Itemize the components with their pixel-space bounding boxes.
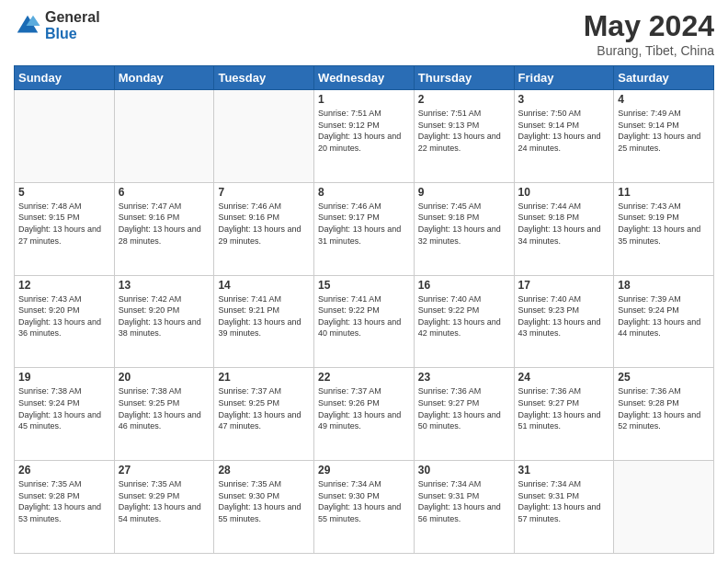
- calendar-cell: 20Sunrise: 7:38 AMSunset: 9:25 PMDayligh…: [114, 368, 214, 461]
- day-number: 13: [119, 279, 210, 292]
- calendar-cell: 2Sunrise: 7:51 AMSunset: 9:13 PMDaylight…: [414, 90, 514, 183]
- day-info: Sunrise: 7:41 AMSunset: 9:22 PMDaylight:…: [318, 293, 410, 339]
- page: General Blue May 2024 Burang, Tibet, Chi…: [0, 0, 728, 563]
- day-info: Sunrise: 7:37 AMSunset: 9:26 PMDaylight:…: [318, 385, 410, 431]
- header-cell-saturday: Saturday: [614, 66, 714, 90]
- calendar-cell: 16Sunrise: 7:40 AMSunset: 9:22 PMDayligh…: [414, 275, 514, 368]
- day-info: Sunrise: 7:34 AMSunset: 9:31 PMDaylight:…: [518, 478, 610, 524]
- calendar-title: May 2024: [584, 9, 714, 43]
- header-cell-wednesday: Wednesday: [314, 66, 415, 90]
- calendar-cell: 23Sunrise: 7:36 AMSunset: 9:27 PMDayligh…: [414, 368, 514, 461]
- day-number: 9: [418, 186, 510, 199]
- day-info: Sunrise: 7:39 AMSunset: 9:24 PMDaylight:…: [618, 293, 710, 339]
- header-cell-monday: Monday: [114, 66, 214, 90]
- day-info: Sunrise: 7:36 AMSunset: 9:28 PMDaylight:…: [618, 385, 710, 431]
- day-info: Sunrise: 7:40 AMSunset: 9:22 PMDaylight:…: [418, 293, 510, 339]
- day-number: 19: [18, 371, 110, 384]
- header-cell-tuesday: Tuesday: [214, 66, 314, 90]
- calendar-cell: 10Sunrise: 7:44 AMSunset: 9:18 PMDayligh…: [514, 182, 614, 275]
- calendar-cell: 8Sunrise: 7:46 AMSunset: 9:17 PMDaylight…: [314, 182, 415, 275]
- day-info: Sunrise: 7:38 AMSunset: 9:25 PMDaylight:…: [119, 385, 210, 431]
- calendar-cell: 30Sunrise: 7:34 AMSunset: 9:31 PMDayligh…: [414, 461, 514, 554]
- calendar-cell: 14Sunrise: 7:41 AMSunset: 9:21 PMDayligh…: [214, 275, 314, 368]
- calendar-cell: 21Sunrise: 7:37 AMSunset: 9:25 PMDayligh…: [214, 368, 314, 461]
- day-number: 30: [418, 464, 510, 477]
- day-number: 28: [218, 464, 310, 477]
- header: General Blue May 2024 Burang, Tibet, Chi…: [14, 9, 714, 58]
- day-info: Sunrise: 7:51 AMSunset: 9:12 PMDaylight:…: [318, 108, 410, 154]
- day-info: Sunrise: 7:36 AMSunset: 9:27 PMDaylight:…: [418, 385, 510, 431]
- calendar-cell: 18Sunrise: 7:39 AMSunset: 9:24 PMDayligh…: [614, 275, 714, 368]
- day-number: 17: [518, 279, 610, 292]
- header-cell-thursday: Thursday: [414, 66, 514, 90]
- header-row: SundayMondayTuesdayWednesdayThursdayFrid…: [15, 66, 714, 90]
- week-row-3: 19Sunrise: 7:38 AMSunset: 9:24 PMDayligh…: [15, 368, 714, 461]
- day-info: Sunrise: 7:47 AMSunset: 9:16 PMDaylight:…: [119, 201, 210, 247]
- day-number: 18: [618, 279, 710, 292]
- logo-general-text: General: [45, 9, 100, 26]
- calendar-cell: 19Sunrise: 7:38 AMSunset: 9:24 PMDayligh…: [15, 368, 115, 461]
- day-info: Sunrise: 7:37 AMSunset: 9:25 PMDaylight:…: [218, 385, 310, 431]
- day-number: 1: [318, 93, 410, 106]
- day-number: 29: [318, 464, 410, 477]
- week-row-0: 1Sunrise: 7:51 AMSunset: 9:12 PMDaylight…: [15, 90, 714, 183]
- calendar-cell: 11Sunrise: 7:43 AMSunset: 9:19 PMDayligh…: [614, 182, 714, 275]
- day-info: Sunrise: 7:41 AMSunset: 9:21 PMDaylight:…: [218, 293, 310, 339]
- day-info: Sunrise: 7:42 AMSunset: 9:20 PMDaylight:…: [119, 293, 210, 339]
- calendar-subtitle: Burang, Tibet, China: [584, 43, 714, 58]
- calendar-cell: 12Sunrise: 7:43 AMSunset: 9:20 PMDayligh…: [15, 275, 115, 368]
- day-info: Sunrise: 7:34 AMSunset: 9:30 PMDaylight:…: [318, 478, 410, 524]
- day-info: Sunrise: 7:34 AMSunset: 9:31 PMDaylight:…: [418, 478, 510, 524]
- day-info: Sunrise: 7:46 AMSunset: 9:16 PMDaylight:…: [218, 201, 310, 247]
- logo: General Blue: [14, 9, 100, 41]
- day-number: 14: [218, 279, 310, 292]
- calendar-cell: 3Sunrise: 7:50 AMSunset: 9:14 PMDaylight…: [514, 90, 614, 183]
- day-number: 23: [418, 371, 510, 384]
- day-info: Sunrise: 7:48 AMSunset: 9:15 PMDaylight:…: [18, 201, 110, 247]
- calendar-cell: 22Sunrise: 7:37 AMSunset: 9:26 PMDayligh…: [314, 368, 415, 461]
- calendar-cell: 27Sunrise: 7:35 AMSunset: 9:29 PMDayligh…: [114, 461, 214, 554]
- calendar-cell: 28Sunrise: 7:35 AMSunset: 9:30 PMDayligh…: [214, 461, 314, 554]
- week-row-4: 26Sunrise: 7:35 AMSunset: 9:28 PMDayligh…: [15, 461, 714, 554]
- calendar-header: SundayMondayTuesdayWednesdayThursdayFrid…: [15, 66, 714, 90]
- calendar-cell: 31Sunrise: 7:34 AMSunset: 9:31 PMDayligh…: [514, 461, 614, 554]
- day-info: Sunrise: 7:46 AMSunset: 9:17 PMDaylight:…: [318, 201, 410, 247]
- calendar-cell: [614, 461, 714, 554]
- day-number: 31: [518, 464, 610, 477]
- header-cell-sunday: Sunday: [15, 66, 115, 90]
- calendar-cell: [15, 90, 115, 183]
- day-info: Sunrise: 7:45 AMSunset: 9:18 PMDaylight:…: [418, 201, 510, 247]
- header-cell-friday: Friday: [514, 66, 614, 90]
- day-number: 24: [518, 371, 610, 384]
- day-number: 16: [418, 279, 510, 292]
- day-info: Sunrise: 7:35 AMSunset: 9:30 PMDaylight:…: [218, 478, 310, 524]
- calendar-cell: 4Sunrise: 7:49 AMSunset: 9:14 PMDaylight…: [614, 90, 714, 183]
- calendar-cell: 24Sunrise: 7:36 AMSunset: 9:27 PMDayligh…: [514, 368, 614, 461]
- day-info: Sunrise: 7:43 AMSunset: 9:19 PMDaylight:…: [618, 201, 710, 247]
- day-info: Sunrise: 7:38 AMSunset: 9:24 PMDaylight:…: [18, 385, 110, 431]
- day-number: 5: [18, 186, 110, 199]
- week-row-2: 12Sunrise: 7:43 AMSunset: 9:20 PMDayligh…: [15, 275, 714, 368]
- day-info: Sunrise: 7:50 AMSunset: 9:14 PMDaylight:…: [518, 108, 610, 154]
- calendar-cell: 1Sunrise: 7:51 AMSunset: 9:12 PMDaylight…: [314, 90, 415, 183]
- day-number: 21: [218, 371, 310, 384]
- logo-text: General Blue: [45, 9, 100, 41]
- calendar-cell: 15Sunrise: 7:41 AMSunset: 9:22 PMDayligh…: [314, 275, 415, 368]
- day-number: 15: [318, 279, 410, 292]
- day-number: 25: [618, 371, 710, 384]
- calendar-cell: 29Sunrise: 7:34 AMSunset: 9:30 PMDayligh…: [314, 461, 415, 554]
- day-number: 3: [518, 93, 610, 106]
- day-info: Sunrise: 7:49 AMSunset: 9:14 PMDaylight:…: [618, 108, 710, 154]
- day-number: 22: [318, 371, 410, 384]
- week-row-1: 5Sunrise: 7:48 AMSunset: 9:15 PMDaylight…: [15, 182, 714, 275]
- title-block: May 2024 Burang, Tibet, China: [584, 9, 714, 58]
- calendar-cell: 6Sunrise: 7:47 AMSunset: 9:16 PMDaylight…: [114, 182, 214, 275]
- day-number: 7: [218, 186, 310, 199]
- day-number: 27: [119, 464, 210, 477]
- day-number: 20: [119, 371, 210, 384]
- day-info: Sunrise: 7:43 AMSunset: 9:20 PMDaylight:…: [18, 293, 110, 339]
- day-number: 12: [18, 279, 110, 292]
- logo-blue-text: Blue: [45, 26, 100, 42]
- calendar-cell: 9Sunrise: 7:45 AMSunset: 9:18 PMDaylight…: [414, 182, 514, 275]
- calendar-cell: 25Sunrise: 7:36 AMSunset: 9:28 PMDayligh…: [614, 368, 714, 461]
